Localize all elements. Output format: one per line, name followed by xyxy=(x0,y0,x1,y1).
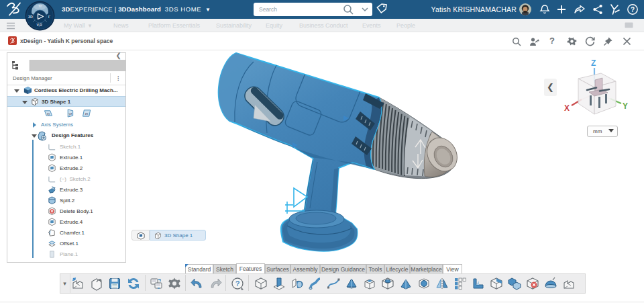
svg-text:X: X xyxy=(564,103,570,113)
svg-text:Y: Y xyxy=(623,101,628,111)
svg-text:Z: Z xyxy=(591,58,596,68)
svg-text:?: ? xyxy=(235,279,240,288)
svg-text:V,R: V,R xyxy=(37,23,42,27)
svg-text:xy: xy xyxy=(47,112,50,116)
svg-text:yz: yz xyxy=(69,112,72,116)
svg-text:3D: 3D xyxy=(28,15,33,19)
svg-text:?: ? xyxy=(631,6,635,13)
svg-text:I´: I´ xyxy=(48,15,50,19)
svg-text:zx: zx xyxy=(85,112,89,116)
